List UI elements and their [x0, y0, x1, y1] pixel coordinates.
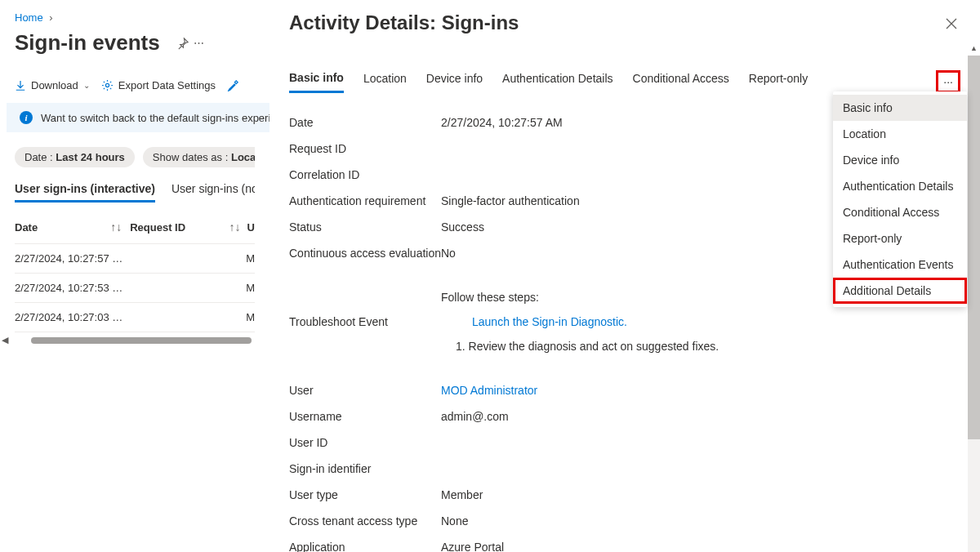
label-status: Status	[289, 220, 441, 234]
value-cross-tenant: None	[441, 514, 960, 528]
label-application: Application	[289, 541, 441, 552]
troubleshoot-step1: 1. Review the diagnosis and act on sugge…	[456, 340, 960, 353]
vertical-scrollbar-thumb[interactable]	[968, 56, 980, 439]
launch-diagnostic-link[interactable]: Launch the Sign-in Diagnostic.	[472, 315, 960, 328]
info-bar[interactable]: i Want to switch back to the default sig…	[7, 103, 284, 132]
cell-rid	[127, 311, 240, 323]
scroll-up-icon[interactable]: ▲	[968, 44, 980, 52]
menu-conditional-access[interactable]: Conditional Access	[833, 199, 967, 225]
chevron-down-icon: ⌄	[83, 81, 90, 90]
horizontal-scrollbar[interactable]	[31, 337, 252, 344]
tab-report-only[interactable]: Report-only	[749, 72, 808, 91]
cell-date: 2/27/2024, 10:27:57 …	[15, 252, 127, 265]
filter-show-label: Show dates as :	[153, 151, 231, 163]
wrench-icon[interactable]	[227, 78, 239, 91]
vertical-scrollbar-track[interactable]: ▲	[968, 56, 980, 552]
ellipsis-icon: ···	[943, 75, 953, 88]
filter-date[interactable]: Date : Last 24 hours	[15, 147, 135, 167]
label-user-id: User ID	[289, 436, 441, 449]
sort-icon[interactable]: ↑↓	[110, 220, 122, 234]
cell-rid	[127, 282, 240, 294]
label-cae: Continuous access evaluation	[289, 247, 441, 260]
value-application: Azure Portal	[441, 541, 960, 552]
left-pane: Home › Sign-in events ⋯ Download ⌄ Expor…	[0, 0, 270, 552]
value-username: admin@.com	[441, 410, 960, 423]
menu-additional-details[interactable]: Additional Details	[833, 278, 967, 304]
tab-interactive[interactable]: User sign-ins (interactive)	[15, 182, 155, 203]
col-extra[interactable]: U	[247, 220, 255, 243]
gear-icon	[101, 78, 114, 91]
menu-device-info[interactable]: Device info	[833, 147, 967, 173]
close-icon	[946, 18, 957, 29]
menu-auth-events[interactable]: Authentication Events	[833, 252, 967, 278]
panel-title: Activity Details: Sign-ins	[289, 11, 519, 34]
label-troubleshoot: Troubleshoot Event	[289, 291, 441, 328]
table-row[interactable]: 2/27/2024, 10:27:53 … M	[15, 273, 255, 302]
close-button[interactable]	[942, 12, 960, 33]
breadcrumb-home[interactable]: Home	[15, 11, 43, 24]
page-title-row: Sign-in events ⋯	[15, 30, 255, 56]
label-auth-req: Authentication requirement	[289, 194, 441, 207]
table-header: Date ↑↓ Request ID ↑↓ U	[15, 220, 255, 243]
cell-extra: M	[239, 311, 255, 323]
scroll-left-icon[interactable]: ◀	[2, 335, 8, 345]
sort-icon[interactable]: ↑↓	[229, 220, 241, 234]
download-label: Download	[31, 79, 78, 91]
tab-conditional-access[interactable]: Conditional Access	[633, 72, 729, 91]
details-panel: Activity Details: Sign-ins Basic info Lo…	[270, 0, 980, 552]
tab-device-info[interactable]: Device info	[426, 72, 483, 91]
cell-extra: M	[239, 252, 255, 265]
filter-showdates[interactable]: Show dates as : Loca	[143, 147, 255, 167]
toolbar: Download ⌄ Export Data Settings	[15, 78, 255, 91]
cell-date: 2/27/2024, 10:27:53 …	[15, 282, 127, 294]
cell-date: 2/27/2024, 10:27:03 …	[15, 311, 127, 323]
label-request-id: Request ID	[289, 142, 441, 155]
signins-table: Date ↑↓ Request ID ↑↓ U 2/27/2024, 10:27…	[15, 220, 255, 344]
export-button[interactable]: Export Data Settings	[101, 78, 216, 91]
svg-point-0	[105, 84, 109, 87]
download-icon	[15, 78, 26, 91]
col-date[interactable]: Date ↑↓	[15, 220, 130, 243]
label-date: Date	[289, 116, 441, 129]
value-signin-id	[441, 462, 960, 475]
tab-auth-details[interactable]: Authentication Details	[502, 72, 612, 91]
tabs-overflow-menu: Basic info Location Device info Authenti…	[833, 91, 967, 307]
label-user-type: User type	[289, 488, 441, 501]
filters: Date : Last 24 hours Show dates as : Loc…	[15, 147, 255, 167]
label-username: Username	[289, 410, 441, 423]
pin-icon[interactable]	[176, 36, 189, 49]
cell-rid	[127, 252, 240, 265]
tabs-overflow-button[interactable]: ···	[936, 70, 960, 93]
tab-noninteractive[interactable]: User sign-ins (nor	[172, 182, 255, 203]
value-user-id	[441, 436, 960, 449]
more-icon[interactable]: ⋯	[194, 37, 204, 49]
label-signin-id: Sign-in identifier	[289, 462, 441, 475]
menu-report-only[interactable]: Report-only	[833, 225, 967, 252]
col-date-label: Date	[15, 221, 38, 234]
sub-tabs: User sign-ins (interactive) User sign-in…	[15, 182, 255, 203]
tab-basic-info[interactable]: Basic info	[289, 71, 344, 93]
breadcrumb: Home ›	[15, 0, 255, 24]
info-text: Want to switch back to the default sign-…	[41, 112, 270, 124]
label-correlation-id: Correlation ID	[289, 168, 441, 181]
menu-location[interactable]: Location	[833, 121, 967, 147]
table-row[interactable]: 2/27/2024, 10:27:57 … M	[15, 243, 255, 273]
label-user: User	[289, 384, 441, 397]
filter-date-value: Last 24 hours	[56, 151, 125, 163]
menu-auth-details[interactable]: Authentication Details	[833, 173, 967, 199]
user-link[interactable]: MOD Administrator	[441, 384, 537, 397]
panel-header: Activity Details: Sign-ins	[289, 0, 960, 34]
menu-basic-info[interactable]: Basic info	[833, 95, 967, 121]
panel-tabs: Basic info Location Device info Authenti…	[289, 70, 960, 93]
page-title: Sign-in events	[15, 30, 160, 56]
table-row[interactable]: 2/27/2024, 10:27:03 … M	[15, 302, 255, 332]
col-extra-label: U	[247, 221, 255, 234]
info-icon: i	[20, 111, 33, 124]
filter-show-value: Loca	[231, 151, 255, 163]
col-request[interactable]: Request ID ↑↓	[130, 220, 247, 243]
chevron-right-icon: ›	[49, 11, 52, 24]
label-cross-tenant: Cross tenant access type	[289, 514, 441, 528]
download-button[interactable]: Download ⌄	[15, 78, 90, 91]
tab-location[interactable]: Location	[363, 72, 407, 91]
export-label: Export Data Settings	[118, 79, 216, 91]
